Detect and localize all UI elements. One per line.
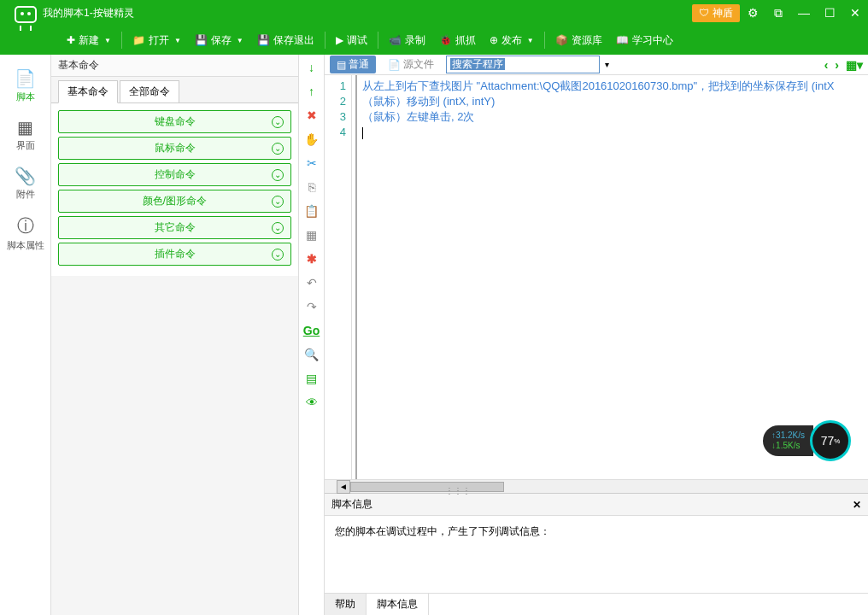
resource-icon: 📦 <box>555 34 568 46</box>
hand-icon[interactable]: ✋ <box>302 130 321 149</box>
svg-rect-0 <box>15 7 36 22</box>
layout-icon[interactable]: ▦▾ <box>846 58 863 72</box>
nav-ui[interactable]: ▦界面 <box>0 110 50 159</box>
menu-open[interactable]: 📁打开▼ <box>126 26 188 55</box>
menu-learn[interactable]: 📖学习中心 <box>609 26 680 55</box>
cat-mouse[interactable]: 鼠标命令⌄ <box>58 137 291 160</box>
arrow-down-icon[interactable]: ↓ <box>302 58 321 77</box>
scroll-left-icon[interactable]: ◄ <box>337 480 350 494</box>
nav-next-icon[interactable]: › <box>835 58 839 72</box>
redo-icon[interactable]: ↷ <box>302 297 321 316</box>
svg-point-1 <box>21 12 24 15</box>
menu-new[interactable]: ✚新建▼ <box>60 26 118 55</box>
folder-icon: 📁 <box>132 34 145 46</box>
command-panel: 基本命令 基本命令 全部命令 键盘命令⌄ 鼠标命令⌄ 控制命令⌄ 颜色/图形命令… <box>51 55 299 615</box>
info-icon: ⓘ <box>0 214 50 237</box>
code-line[interactable] <box>362 125 863 140</box>
title-bar: 我的脚本1-按键精灵 🛡神盾 ⚙ ⧉ ― ☐ ✕ <box>0 0 868 26</box>
menu-publish[interactable]: ⊕发布▼ <box>483 26 541 55</box>
menu-debug[interactable]: ▶调试 <box>329 26 374 55</box>
view-source[interactable]: 📄源文件 <box>381 56 441 73</box>
menu-bar: ✚新建▼ 📁打开▼ 💾保存▼ 💾保存退出 ▶调试 📹录制 🐞抓抓 ⊕发布▼ 📦资… <box>0 26 868 55</box>
chevron-down-icon: ▼ <box>104 37 111 44</box>
find-icon[interactable]: 🔍 <box>302 345 321 364</box>
tab-scriptinfo[interactable]: 脚本信息 <box>367 594 429 615</box>
percent-circle[interactable]: 77% <box>810 420 851 461</box>
nav-props[interactable]: ⓘ脚本属性 <box>0 208 50 259</box>
script-icon: 📄 <box>0 68 50 89</box>
shield-badge[interactable]: 🛡神盾 <box>692 4 740 22</box>
cat-other[interactable]: 其它命令⌄ <box>58 216 291 239</box>
list-icon[interactable]: ▤ <box>302 369 321 388</box>
app-logo-icon <box>9 2 43 36</box>
save-icon: 💾 <box>195 34 208 46</box>
tab-all-cmd[interactable]: 全部命令 <box>120 80 179 102</box>
code-line[interactable]: （鼠标）左键单击, 2次 <box>362 109 863 125</box>
grid-icon: ▦ <box>0 117 50 138</box>
shield-icon: 🛡 <box>699 7 709 19</box>
code-editor[interactable]: 1234 从左上到右下查找图片 "Attachment:\QQ截图2016102… <box>325 75 868 479</box>
info-panel: 脚本信息 ✕ 您的脚本在调试过程中，产生了下列调试信息： 帮助 脚本信息 <box>325 493 868 615</box>
settings-icon[interactable]: ⚙ <box>740 0 765 26</box>
nav-attach[interactable]: 📎附件 <box>0 159 50 208</box>
source-icon: 📄 <box>388 59 401 71</box>
horizontal-scrollbar[interactable]: ◄ ⋮⋮⋮ <box>325 479 868 493</box>
close-icon[interactable]: ✕ <box>842 0 868 26</box>
menu-resources[interactable]: 📦资源库 <box>548 26 609 55</box>
cat-plugin[interactable]: 插件命令⌄ <box>58 243 291 266</box>
nav-script[interactable]: 📄脚本 <box>0 62 50 110</box>
doc-icon: ▤ <box>337 59 346 71</box>
scroll-thumb[interactable]: ⋮⋮⋮ <box>350 482 504 492</box>
restore-icon[interactable]: ⧉ <box>765 0 791 26</box>
paste-icon[interactable]: 📋 <box>302 202 321 220</box>
svg-point-2 <box>27 12 31 15</box>
menu-record[interactable]: 📹录制 <box>382 26 432 55</box>
plus-icon: ✚ <box>67 34 75 46</box>
arrow-up-icon[interactable]: ↑ <box>302 82 321 101</box>
panel-close-icon[interactable]: ✕ <box>853 499 861 511</box>
play-icon: ▶ <box>336 34 343 46</box>
info-body: 您的脚本在调试过程中，产生了下列调试信息： <box>325 516 868 593</box>
panel-title: 基本命令 <box>51 55 298 77</box>
publish-icon: ⊕ <box>490 34 498 46</box>
book-icon: 📖 <box>616 34 629 46</box>
minimize-icon[interactable]: ― <box>791 0 817 26</box>
cut-icon[interactable]: ✂ <box>302 154 321 173</box>
expand-icon: ⌄ <box>272 116 284 128</box>
delete-icon[interactable]: ✖ <box>302 106 321 125</box>
view-normal[interactable]: ▤普通 <box>330 56 376 73</box>
code-line[interactable]: （鼠标）移动到 (intX, intY) <box>362 94 863 109</box>
nav-prev-icon[interactable]: ‹ <box>824 58 829 72</box>
network-widget[interactable]: ↑31.2K/s ↓1.5K/s 77% <box>763 420 851 461</box>
window-title: 我的脚本1-按键精灵 <box>9 6 692 20</box>
cat-color[interactable]: 颜色/图形命令⌄ <box>58 190 291 213</box>
record-icon: 📹 <box>389 34 402 46</box>
cat-control[interactable]: 控制命令⌄ <box>58 163 291 186</box>
line-gutter: 1234 <box>325 75 352 479</box>
editor-side-tools: ↓ ↑ ✖ ✋ ✂ ⎘ 📋 ▦ ✱ ↶ ↷ Go 🔍 ▤ 👁 <box>299 55 325 615</box>
tab-help[interactable]: 帮助 <box>325 594 367 615</box>
info-title: 脚本信息 <box>331 497 372 512</box>
editor-bar: ▤普通 📄源文件 搜索子程序 ▾ ‹ › ▦▾ <box>325 55 868 75</box>
paperclip-icon: 📎 <box>0 166 50 186</box>
grab-icon: 🐞 <box>439 34 452 46</box>
tab-basic-cmd[interactable]: 基本命令 <box>58 80 118 103</box>
menu-grab[interactable]: 🐞抓抓 <box>432 26 483 55</box>
go-icon[interactable]: Go <box>302 321 321 340</box>
left-nav: 📄脚本 ▦界面 📎附件 ⓘ脚本属性 <box>0 55 51 615</box>
code-line[interactable]: 从左上到右下查找图片 "Attachment:\QQ截图201610201607… <box>362 79 863 94</box>
eye-icon[interactable]: 👁 <box>302 393 321 412</box>
error-icon[interactable]: ✱ <box>302 249 321 268</box>
maximize-icon[interactable]: ☐ <box>817 0 842 26</box>
menu-saveexit[interactable]: 💾保存退出 <box>250 26 321 55</box>
search-input[interactable]: 搜索子程序 <box>446 56 600 73</box>
cat-keyboard[interactable]: 键盘命令⌄ <box>58 110 291 133</box>
menu-save[interactable]: 💾保存▼ <box>188 26 250 55</box>
copy-icon[interactable]: ⎘ <box>302 178 321 196</box>
undo-icon[interactable]: ↶ <box>302 273 321 292</box>
save-exit-icon: 💾 <box>257 34 270 46</box>
indent-icon[interactable]: ▦ <box>302 226 321 244</box>
dropdown-icon[interactable]: ▾ <box>605 60 609 69</box>
